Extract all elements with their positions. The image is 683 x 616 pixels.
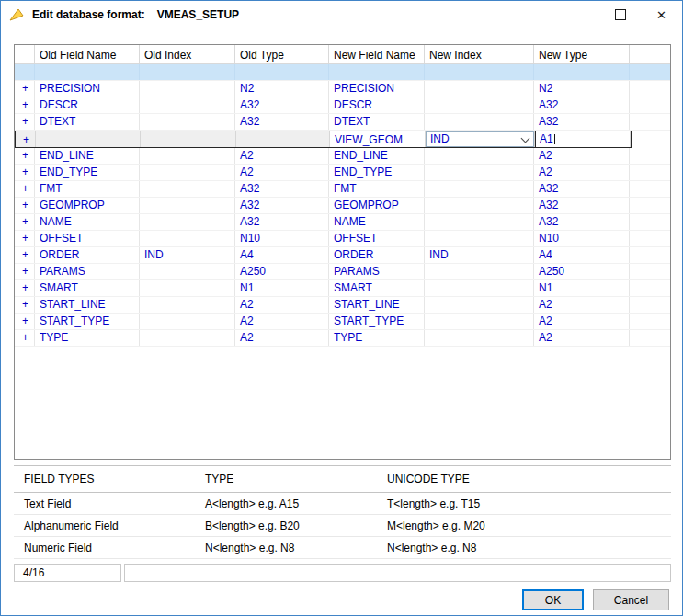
- grid-cell: [140, 114, 235, 130]
- close-button[interactable]: ✕: [641, 1, 682, 29]
- grid-cell: PARAMS: [329, 264, 425, 279]
- grid-row[interactable]: +FMTA32FMTA32: [15, 181, 670, 198]
- row-marker[interactable]: +: [16, 131, 36, 147]
- row-marker[interactable]: +: [15, 165, 35, 180]
- legend-cell: Numeric Field: [14, 542, 205, 554]
- grid-cell: [140, 280, 235, 296]
- grid-cell: [425, 181, 534, 197]
- grid-cell: A32: [534, 114, 630, 130]
- grid-cell: [425, 231, 534, 246]
- grid-cell: A32: [534, 198, 630, 213]
- cancel-button[interactable]: Cancel: [593, 589, 669, 610]
- legend-cell: T<length> e.g. T15: [387, 497, 671, 510]
- row-marker[interactable]: +: [15, 198, 35, 213]
- grid-row[interactable]: +PRECISIONN2PRECISIONN2: [15, 81, 670, 97]
- grid-cell: A32: [235, 198, 329, 213]
- grid-cell: [425, 297, 534, 313]
- grid-row[interactable]: +DESCRA32DESCRA32: [15, 97, 670, 114]
- grid-cell: [15, 64, 35, 80]
- grid-cell: END_TYPE: [35, 165, 140, 180]
- row-marker[interactable]: +: [15, 214, 35, 230]
- grid-cell: A32: [235, 114, 329, 130]
- grid-edit-row[interactable]: +VIEW_GEOMINDA1: [15, 131, 670, 148]
- grid-cell: IND: [140, 247, 235, 263]
- row-marker[interactable]: +: [15, 247, 35, 263]
- grid-cell: [630, 297, 670, 313]
- grid-cell: [425, 64, 534, 80]
- legend-cell: N<length> e.g. N8: [205, 542, 387, 554]
- legend-row-numeric-field: Numeric Field N<length> e.g. N8 N<length…: [14, 537, 671, 559]
- grid-cell: A2: [235, 165, 329, 180]
- grid-cell: [140, 214, 235, 230]
- grid-cell: PRECISION: [329, 81, 425, 97]
- row-marker[interactable]: +: [15, 181, 35, 197]
- grid-cell: [425, 165, 534, 180]
- grid-row[interactable]: +TYPEA2TYPEA2: [15, 330, 670, 347]
- grid-cell: [140, 231, 235, 246]
- window-controls: ✕: [599, 1, 682, 29]
- grid-cell: PRECISION: [35, 81, 140, 97]
- grid-row[interactable]: +OFFSETN10OFFSETN10: [15, 231, 670, 247]
- grid-row[interactable]: +END_TYPEA2END_TYPEA2: [15, 165, 670, 181]
- grid-cell: [140, 198, 235, 213]
- column-header: [15, 45, 35, 64]
- grid-row[interactable]: +START_TYPEA2START_TYPEA2: [15, 314, 670, 330]
- grid-cell: [140, 165, 235, 180]
- row-marker[interactable]: +: [15, 114, 35, 130]
- ok-button[interactable]: OK: [522, 589, 584, 610]
- grid-row[interactable]: +PARAMSA250PARAMSA250: [15, 264, 670, 280]
- grid-cell: A2: [235, 314, 329, 329]
- grid-row[interactable]: +GEOMPROPA32GEOMPROPA32: [15, 198, 670, 214]
- grid-row[interactable]: +NAMEA32NAMEA32: [15, 214, 670, 231]
- legend-row-text-field: Text Field A<length> e.g. A15 T<length> …: [14, 493, 671, 515]
- grid-cell: NAME: [35, 214, 140, 230]
- maximize-button[interactable]: [599, 1, 641, 29]
- grid-cell: [140, 264, 235, 279]
- chevron-shape: [521, 134, 530, 143]
- row-marker[interactable]: +: [15, 148, 35, 164]
- grid-cell: GEOMPROP: [329, 198, 425, 213]
- grid-cell: A250: [235, 264, 329, 279]
- grid-cell: A32: [235, 97, 329, 113]
- legend-cell: N<length> e.g. N8: [387, 542, 671, 554]
- row-marker[interactable]: +: [15, 231, 35, 246]
- maximize-icon: [615, 9, 626, 20]
- grid-cell: [632, 131, 670, 148]
- row-marker[interactable]: +: [15, 264, 35, 279]
- field-grid: Old Field NameOld IndexOld TypeNew Field…: [14, 44, 671, 460]
- grid-cell: [140, 330, 235, 346]
- row-marker[interactable]: +: [15, 314, 35, 329]
- grid-row[interactable]: +END_LINEA2END_LINEA2: [15, 148, 670, 165]
- grid-row[interactable]: +START_LINEA2START_LINEA2: [15, 297, 670, 314]
- column-header: New Type: [534, 45, 630, 64]
- row-marker[interactable]: +: [15, 280, 35, 296]
- grid-cell: N10: [534, 231, 630, 246]
- dialog-buttons: OK Cancel: [522, 589, 669, 610]
- row-marker[interactable]: +: [15, 330, 35, 346]
- column-header: New Field Name: [329, 45, 425, 64]
- grid-cell: OFFSET: [329, 231, 425, 246]
- grid-cell: START_TYPE: [329, 314, 425, 329]
- grid-cell: [425, 148, 534, 164]
- new-index-combobox[interactable]: IND: [426, 131, 534, 147]
- row-marker[interactable]: +: [15, 81, 35, 97]
- grid-cell: [630, 165, 670, 180]
- grid-row[interactable]: +DTEXTA32DTEXTA32: [15, 114, 670, 131]
- grid-row[interactable]: +SMARTN1SMARTN1: [15, 280, 670, 297]
- close-icon: ✕: [656, 8, 666, 22]
- row-marker[interactable]: +: [15, 97, 35, 113]
- grid-row[interactable]: +ORDERINDA4ORDERINDA4: [15, 247, 670, 264]
- status-panel: [124, 564, 671, 582]
- new-type-input[interactable]: A1: [535, 131, 630, 147]
- grid-cell: DESCR: [35, 97, 140, 113]
- grid-cell: A32: [534, 181, 630, 197]
- legend-cell: M<length> e.g. M20: [387, 519, 671, 532]
- edit-row-frame: +VIEW_GEOMINDA1: [15, 131, 632, 148]
- grid-cell: N2: [235, 81, 329, 97]
- grid-cell: [141, 131, 236, 147]
- legend-cell: A<length> e.g. A15: [205, 497, 387, 510]
- row-marker[interactable]: +: [15, 297, 35, 313]
- grid-cell: NAME: [329, 214, 425, 230]
- grid-new-row[interactable]: [15, 64, 670, 81]
- grid-cell: [425, 97, 534, 113]
